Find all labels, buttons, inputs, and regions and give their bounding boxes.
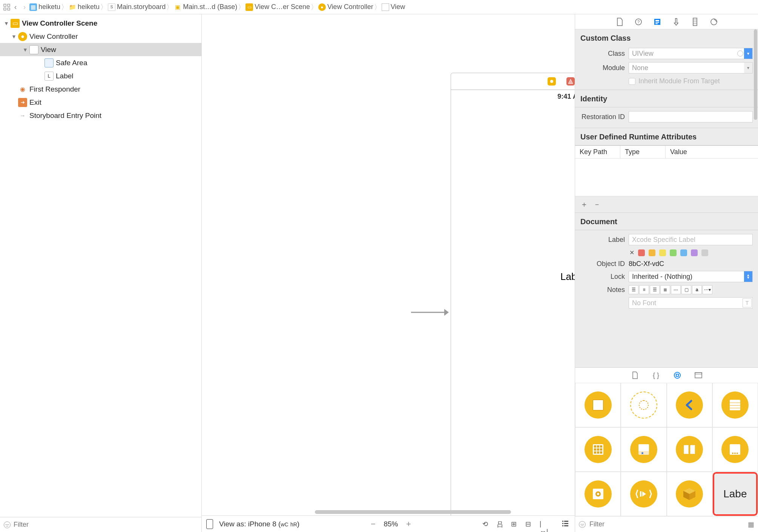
swatch-orange[interactable]: [649, 249, 655, 256]
restoration-id-field[interactable]: [629, 111, 753, 122]
swatch-purple[interactable]: [691, 249, 698, 256]
doc-label-field[interactable]: Xcode Specific Label: [629, 234, 753, 245]
file-inspector-tab-icon[interactable]: [615, 17, 624, 26]
swatch-clear[interactable]: ✕: [629, 249, 634, 256]
add-button[interactable]: ＋: [580, 199, 588, 209]
zoom-level[interactable]: 85%: [384, 520, 398, 528]
size-inspector-tab-icon[interactable]: [690, 17, 700, 26]
chevron-down-icon[interactable]: ▾: [744, 63, 752, 73]
crumb-view[interactable]: View: [382, 3, 405, 11]
align-justify-icon[interactable]: ≣: [660, 285, 670, 294]
outline-scene-header[interactable]: ▼ ▭ View Controller Scene: [0, 17, 201, 30]
align-center-icon[interactable]: ≡: [639, 285, 649, 294]
horizontal-scrollbar[interactable]: [315, 510, 511, 514]
code-snippet-tab-icon[interactable]: { }: [652, 371, 661, 380]
library-filter-input[interactable]: [589, 520, 744, 528]
chevron-right-icon: 〉: [374, 3, 381, 12]
swatch-gray[interactable]: [701, 249, 708, 256]
font-picker-icon[interactable]: T: [743, 298, 752, 307]
inspector-scrollbar[interactable]: [754, 29, 757, 120]
doc-label-label: Label: [580, 236, 625, 244]
crumb-storyboard[interactable]: SMain.storyboard: [108, 3, 166, 11]
identity-inspector-tab-icon[interactable]: [653, 17, 662, 26]
outline-item-label[interactable]: L Label: [0, 69, 201, 83]
nav-back-icon[interactable]: ‹: [11, 3, 20, 11]
library-item-tableview[interactable]: [712, 383, 758, 427]
library-item-camera[interactable]: [575, 472, 621, 516]
library-item-navigation[interactable]: [667, 383, 712, 427]
swatch-blue[interactable]: [680, 249, 687, 256]
align-left-icon[interactable]: ☰: [629, 285, 638, 294]
outline-item-entrypoint[interactable]: → Storyboard Entry Point: [0, 109, 201, 122]
file-template-tab-icon[interactable]: [631, 371, 640, 380]
remove-button[interactable]: －: [593, 199, 601, 209]
pin-icon[interactable]: ⊞: [511, 520, 519, 528]
quickhelp-tab-icon[interactable]: ?: [634, 17, 643, 26]
library-item-avplayer[interactable]: [621, 472, 666, 516]
library-item-view[interactable]: [575, 383, 621, 427]
outline-item-view[interactable]: ▼ View: [0, 43, 201, 56]
align-icon[interactable]: 吕: [497, 520, 505, 528]
swatch-red[interactable]: [638, 249, 645, 256]
ui-label[interactable]: Label: [560, 271, 575, 283]
inherit-module-checkbox[interactable]: [629, 78, 635, 85]
stepper-icon[interactable]: ▲▼: [744, 271, 752, 282]
library-item-object[interactable]: [667, 472, 712, 516]
crumb-storyboard-base[interactable]: ▣Main.st…d (Base): [174, 3, 237, 11]
view-list-icon[interactable]: [562, 520, 570, 528]
library-item-container[interactable]: [621, 383, 666, 427]
attributes-inspector-tab-icon[interactable]: [672, 17, 681, 26]
zoom-in-button[interactable]: +: [405, 519, 412, 529]
chevron-down-icon[interactable]: ▾: [744, 48, 752, 59]
outline-item-firstresponder[interactable]: ◉ First Responder: [0, 83, 201, 96]
view-as-label[interactable]: View as: iPhone 8 (wC hR): [219, 520, 299, 528]
filter-icon[interactable]: [4, 521, 11, 528]
canvas[interactable]: 9:41 AM Label: [202, 14, 575, 515]
connect-icon[interactable]: [737, 50, 743, 57]
device-icon[interactable]: [206, 519, 213, 529]
resolve-issues-icon[interactable]: ⊟: [525, 520, 534, 528]
class-field[interactable]: UIView ▾: [629, 48, 753, 59]
library-item-label[interactable]: Labe: [712, 472, 758, 516]
outline-item-exit[interactable]: ➔ Exit: [0, 96, 201, 109]
nav-forward-icon[interactable]: ›: [20, 3, 29, 11]
library-item-page[interactable]: [712, 427, 758, 472]
scene[interactable]: 9:41 AM Label: [451, 73, 575, 515]
crumb-scene[interactable]: ▭View C…er Scene: [246, 3, 310, 11]
library-item-split[interactable]: [667, 427, 712, 472]
crumb-folder[interactable]: 📁heiketu: [69, 3, 100, 11]
align-right-icon[interactable]: ☰: [650, 285, 660, 294]
swatch-green[interactable]: [670, 249, 677, 256]
grid-view-icon[interactable]: ▦: [748, 520, 754, 529]
connections-inspector-tab-icon[interactable]: [709, 17, 718, 26]
svg-rect-41: [594, 448, 596, 451]
font-field[interactable]: No Font T: [629, 297, 753, 309]
phone-view[interactable]: 9:41 AM Label: [451, 90, 575, 515]
lock-select[interactable]: Inherited - (Nothing) ▲▼: [629, 271, 753, 282]
svg-point-54: [734, 453, 736, 454]
library-item-collection[interactable]: [575, 427, 621, 472]
filter-icon[interactable]: [579, 521, 586, 528]
crumb-viewcontroller[interactable]: ●View Controller: [318, 3, 373, 11]
crumb-project[interactable]: ▦heiketu: [29, 3, 60, 11]
firstresponder-dock-icon[interactable]: [566, 77, 575, 86]
library-item-tabbar[interactable]: ★: [621, 427, 666, 472]
module-field[interactable]: None ▾: [629, 62, 753, 73]
embed-in-icon[interactable]: ⟲: [482, 520, 491, 528]
swatch-yellow[interactable]: [659, 249, 666, 256]
viewcontroller-dock-icon[interactable]: [548, 77, 556, 86]
object-library-tab-icon[interactable]: [673, 371, 682, 380]
notes-a-icon[interactable]: a: [692, 285, 702, 294]
constraints-icon[interactable]: |↔|: [540, 520, 548, 528]
related-items-icon[interactable]: [3, 3, 11, 11]
svg-rect-45: [597, 451, 599, 454]
notes-box-icon[interactable]: ▢: [681, 285, 691, 294]
udra-table-body[interactable]: [575, 159, 758, 196]
notes-more-icon[interactable]: ⋯▾: [703, 285, 712, 294]
outline-item-safearea[interactable]: Safe Area: [0, 56, 201, 69]
outline-filter-input[interactable]: [14, 521, 198, 529]
outline-item-viewcontroller[interactable]: ▼ ● View Controller: [0, 30, 201, 43]
zoom-out-button[interactable]: −: [369, 519, 377, 529]
notes-dash-icon[interactable]: ---: [671, 285, 681, 294]
media-library-tab-icon[interactable]: [694, 371, 703, 380]
